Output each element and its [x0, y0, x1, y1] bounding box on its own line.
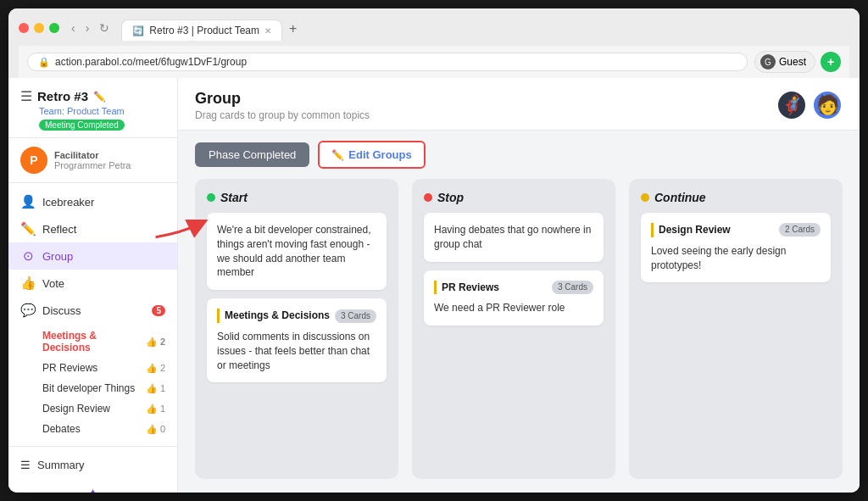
hamburger-icon[interactable]: ☰: [20, 88, 32, 104]
group-title-pr: PR Reviews: [434, 281, 499, 295]
debates-vote-count: 👍0: [146, 424, 165, 435]
browser-tab[interactable]: 🔄 Retro #3 | Product Team ✕: [121, 19, 282, 41]
dot-yellow: [641, 193, 649, 202]
group-title-meetings: Meetings & Decisions: [217, 309, 330, 323]
avatar-emoji-2: 🧑: [816, 94, 839, 116]
retro-title: Retro #3: [37, 89, 88, 103]
edit-title-icon[interactable]: ✏️: [93, 91, 106, 103]
avatar-user2: 🧑: [812, 90, 843, 120]
edit-groups-button[interactable]: ✏️ Edit Groups: [318, 141, 425, 169]
card-start-2[interactable]: Meetings & Decisions 3 Cards Solid comme…: [207, 298, 387, 382]
sidebar-item-summary[interactable]: ☰ Summary: [20, 455, 165, 475]
avatar-group: 🦸 🧑: [776, 90, 843, 120]
forward-button[interactable]: ›: [82, 19, 93, 36]
meeting-badge: Meeting Completed: [39, 120, 125, 131]
traffic-light-green[interactable]: [49, 23, 59, 33]
card-text-stop-1: Having debates that go nowhere in group …: [434, 224, 591, 250]
profile-avatar-small: G: [760, 54, 776, 70]
group-title-design: Design Review: [651, 223, 731, 237]
vote-icon: 👍: [20, 276, 36, 291]
card-text-pr: We need a PR Reviewer role: [434, 302, 565, 314]
columns-area: Start We're a bit developer constrained,…: [178, 179, 860, 493]
summary-icon: ☰: [20, 459, 31, 471]
traffic-light-red[interactable]: [19, 23, 29, 33]
group-icon: ⊙: [20, 248, 36, 264]
edit-groups-label: Edit Groups: [348, 148, 411, 161]
column-title-start: Start: [220, 191, 248, 204]
profile-label: Guest: [779, 56, 806, 68]
bit-vote-count: 👍1: [146, 383, 165, 394]
discuss-item-meetings[interactable]: Meetings & Decisions 👍2: [8, 326, 177, 358]
sidebar-item-icebreaker[interactable]: 👤 Icebreaker: [8, 188, 177, 215]
extension-button[interactable]: +: [821, 52, 841, 72]
facilitator-name: Programmer Petra: [54, 160, 131, 170]
column-title-continue: Continue: [654, 191, 706, 204]
edit-pencil-icon: ✏️: [331, 149, 344, 161]
main-content: Group Drag cards to group by common topi…: [178, 78, 860, 493]
new-tab-button[interactable]: +: [282, 17, 303, 41]
card-stop-2[interactable]: PR Reviews 3 Cards We need a PR Reviewer…: [424, 270, 604, 326]
discuss-item-pr-reviews[interactable]: PR Reviews 👍2: [8, 358, 177, 378]
meetings-card-count: 3 Cards: [335, 309, 376, 323]
team-subtitle: Team: Product Team: [39, 106, 165, 116]
discuss-item-bit-dev[interactable]: Bit developer Things 👍1: [8, 378, 177, 398]
sidebar-item-reflect[interactable]: ✏️ Reflect: [8, 215, 177, 242]
sidebar-nav: 👤 Icebreaker ✏️ Reflect ⊙ Group 👍 Vote 💬: [8, 183, 177, 446]
column-header-stop: Stop: [424, 191, 604, 204]
pr-card-count: 3 Cards: [552, 281, 593, 294]
design-vote-count: 👍1: [146, 404, 165, 415]
column-stop: Stop Having debates that go nowhere in g…: [412, 179, 615, 479]
profile-button[interactable]: G Guest: [754, 51, 815, 73]
nav-label-vote: Vote: [42, 277, 64, 290]
meetings-vote-count: 👍2: [146, 337, 165, 348]
thumbs-up-icon-pr: 👍: [146, 363, 158, 374]
phase-completed-button[interactable]: Phase Completed: [195, 142, 309, 167]
main-header: Group Drag cards to group by common topi…: [178, 78, 860, 131]
action-bar: Phase Completed ✏️ Edit Groups: [178, 131, 860, 179]
column-header-continue: Continue: [641, 191, 831, 204]
back-button[interactable]: ‹: [68, 19, 79, 36]
tab-icon: 🔄: [132, 25, 144, 36]
summary-label: Summary: [37, 459, 85, 471]
discuss-item-design[interactable]: Design Review 👍1: [8, 398, 177, 419]
refresh-button[interactable]: ↻: [96, 19, 113, 36]
column-continue: Continue Design Review 2 Cards Loved see…: [629, 179, 843, 479]
settings-icon[interactable]: ✦: [20, 485, 165, 493]
column-start: Start We're a bit developer constrained,…: [195, 179, 398, 479]
column-title-stop: Stop: [437, 191, 464, 204]
facilitator-row: P Facilitator Programmer Petra: [8, 138, 177, 183]
design-card-count: 2 Cards: [779, 223, 821, 237]
thumbs-up-icon: 👍: [146, 337, 158, 348]
avatar-user1: 🦸: [776, 90, 807, 120]
thumbs-up-icon-debates: 👍: [146, 424, 158, 435]
card-text-meetings: Solid comments in discussions on issues …: [217, 331, 370, 371]
nav-label-icebreaker: Icebreaker: [42, 196, 94, 209]
sidebar-footer: ☰ Summary ✦: [8, 446, 177, 493]
sidebar-item-group[interactable]: ⊙ Group: [8, 242, 177, 270]
column-header-start: Start: [207, 191, 387, 204]
reflect-icon: ✏️: [20, 221, 36, 237]
facilitator-label: Facilitator: [54, 150, 131, 160]
discuss-item-label-debates: Debates: [42, 423, 81, 435]
discuss-item-debates[interactable]: Debates 👍0: [8, 419, 177, 439]
nav-label-discuss: Discuss: [42, 304, 81, 317]
tab-close-button[interactable]: ✕: [264, 26, 271, 36]
card-continue-1[interactable]: Design Review 2 Cards Loved seeing the e…: [641, 213, 831, 282]
discuss-item-label-bit: Bit developer Things: [42, 382, 135, 394]
discuss-item-label-pr: PR Reviews: [42, 362, 97, 374]
traffic-light-yellow[interactable]: [34, 23, 44, 33]
address-text: action.parabol.co/meet/6fugw1DvF1/group: [55, 56, 247, 68]
card-text-start-1: We're a bit developer constrained, thing…: [217, 224, 371, 278]
icebreaker-icon: 👤: [20, 194, 36, 209]
avatar-emoji-1: 🦸: [781, 94, 804, 116]
dot-red: [424, 193, 432, 202]
thumbs-up-icon-bit: 👍: [146, 383, 158, 394]
discuss-badge: 5: [152, 305, 165, 316]
address-bar[interactable]: 🔒 action.parabol.co/meet/6fugw1DvF1/grou…: [27, 53, 748, 71]
card-start-1[interactable]: We're a bit developer constrained, thing…: [207, 213, 387, 290]
sidebar-item-discuss[interactable]: 💬 Discuss 5: [8, 297, 177, 324]
card-stop-1[interactable]: Having debates that go nowhere in group …: [424, 213, 604, 262]
sidebar-item-vote[interactable]: 👍 Vote: [8, 270, 177, 297]
card-text-design: Loved seeing the early design prototypes…: [651, 245, 786, 271]
sidebar-header: ☰ Retro #3 ✏️ Team: Product Team Meeting…: [8, 78, 177, 138]
